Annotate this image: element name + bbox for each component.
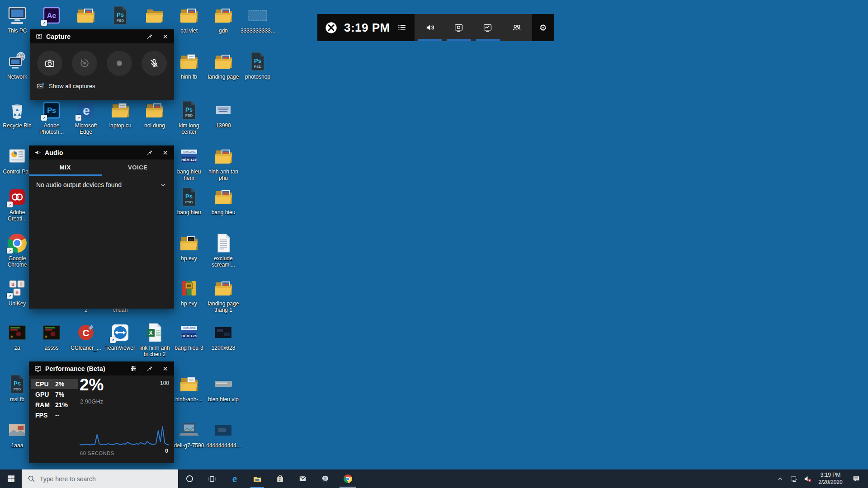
microphone-off-button[interactable] (142, 51, 167, 76)
tray-date: 2/20/2020 (816, 479, 845, 486)
pin-icon[interactable] (143, 146, 156, 159)
taskbar-app-cortana[interactable] (178, 469, 201, 488)
taskbar-app-store[interactable] (269, 469, 291, 488)
desktop-icon-label: 13990 (206, 123, 241, 129)
widget-menu-icon[interactable] (397, 23, 407, 33)
landing-page-thang-1-icon (212, 277, 234, 299)
desktop-icon-label: Microsoft Edge (69, 123, 103, 136)
desktop-icon-assss[interactable]: assss (34, 322, 69, 352)
desktop-icon-za[interactable]: za (0, 322, 34, 352)
close-icon[interactable]: ✕ (159, 146, 171, 159)
shortcut-arrow-icon: ↗ (7, 248, 13, 253)
gamebar-widget-looking-for-group[interactable] (502, 14, 531, 41)
desktop-icon-this-pc[interactable]: This PC (0, 5, 34, 34)
desktop-icon-network[interactable]: Network (0, 51, 34, 80)
action-center-icon[interactable] (848, 469, 864, 488)
shortcut-arrow-icon: ↗ (41, 115, 47, 121)
desktop-icon-hp-evy[interactable]: hp evy (172, 277, 206, 307)
network-icon[interactable] (788, 469, 799, 488)
close-icon[interactable]: ✕ (159, 30, 171, 42)
desktop-icon-exclude-screami[interactable]: exclude screami... (206, 232, 241, 268)
microsoft-edge-icon: e↗ (75, 99, 97, 121)
item-icon (144, 5, 165, 26)
desktop-icon-item[interactable]: PsPSD (103, 5, 137, 26)
desktop-icon-label: hinh anh tan phu (206, 169, 241, 182)
desktop-icon-microsoft-edge[interactable]: e↗Microsoft Edge (69, 99, 103, 136)
desktop-icon-laptop-cu[interactable]: laptop cu (103, 99, 137, 129)
desktop-icon-bang-hieu[interactable]: PsPSDbang hieu (172, 186, 206, 216)
desktop-icon-landing-page[interactable]: landing page (206, 51, 241, 80)
stat-fps[interactable]: FPS-- (31, 410, 78, 420)
taskbar-app-file-explorer[interactable] (246, 469, 269, 488)
desktop-icon-3333333333[interactable]: 3333333333... (241, 5, 275, 34)
desktop-icon-4444444444[interactable]: 4444444444... (206, 419, 241, 449)
desktop-icon-gdn[interactable]: gdn (206, 5, 241, 34)
desktop-icon-landing-page-thang-1[interactable]: landing page thang 1 (206, 277, 241, 314)
desktop-icon-noi-dung[interactable]: noi dung (137, 99, 172, 129)
desktop-icon-teamviewer[interactable]: ↗TeamViewer (103, 322, 137, 352)
desktop-icon-item[interactable] (69, 5, 103, 26)
desktop-icon-kim-long-center[interactable]: PsPSDkim long center (172, 99, 206, 136)
desktop-icon-link-hinh-anh-bi-chen-2[interactable]: Xlink hinh anh bi chen 2 (137, 322, 172, 358)
desktop-icon-adobe-photosh[interactable]: Ps↗Adobe Photosh... (34, 99, 69, 136)
chevron-down-icon[interactable] (160, 181, 167, 188)
audio-device-row[interactable]: No audio output devices found (29, 175, 174, 194)
xbox-logo-icon[interactable] (325, 22, 337, 34)
desktop-icon-bang-hieu[interactable]: bang hieu (206, 186, 241, 216)
edge-icon: e (232, 474, 237, 484)
show-all-captures-link[interactable]: Show all captures (36, 82, 174, 90)
desktop-icon-bang-hieu-hem[interactable]: KIM LONGHẺM 125bang hieu hem (172, 145, 206, 182)
settings-gear-icon[interactable]: ⚙ (539, 23, 547, 33)
desktop-icon-hinh-anh-tan-phu[interactable]: hinh anh tan phu (206, 145, 241, 182)
desktop-icon-adobe-after-effects[interactable]: Ae↗ (34, 5, 69, 26)
gamebar-widget-performance[interactable] (473, 14, 502, 41)
hp-evy-icon (178, 232, 200, 254)
pin-icon[interactable] (143, 362, 156, 375)
desktop-icon-ccleaner[interactable]: CCCleaner_... (69, 322, 103, 352)
desktop-icon-1200x628[interactable]: 1200x628 (206, 322, 241, 352)
adobe-photosh-icon: Ps↗ (41, 99, 62, 121)
desktop-icon-hp-evy[interactable]: hp evy (172, 232, 206, 262)
taskbar-app-snipping-tool[interactable] (314, 469, 336, 488)
desktop-icon-label: Network (0, 74, 34, 80)
desktop-icon-recycle-bin[interactable]: Recycle Bin (0, 99, 34, 129)
taskbar-app-edge[interactable]: e (223, 469, 246, 488)
desktop-icon-label: bai viet (172, 28, 206, 34)
close-icon[interactable]: ✕ (159, 362, 171, 375)
desktop-icon-hinh-fb[interactable]: hinh fb (172, 51, 206, 80)
start-button[interactable] (0, 469, 22, 488)
stat-cpu[interactable]: CPU2% (31, 379, 78, 389)
gamebar-widget-audio[interactable] (415, 14, 444, 41)
tray-clock[interactable]: 3:19 PM 2/20/2020 (816, 472, 845, 486)
pin-icon[interactable] (143, 30, 156, 42)
take-screenshot-button[interactable] (37, 51, 62, 76)
desktop-icon-bien-hieu-vip[interactable]: bien hieu vip (206, 373, 241, 403)
desktop-icon-13990[interactable]: 13990 (206, 99, 241, 129)
link-hinh-anh-bi-chen-2-icon: X (144, 322, 165, 343)
cpu-usage-chart (79, 405, 170, 449)
desktop-icon-dell-g7-7590[interactable]: dell-g7-7590 (172, 419, 206, 449)
volume-muted-icon[interactable] (802, 469, 813, 488)
svg-text:HẺM 125: HẺM 125 (181, 158, 197, 162)
start-recording-button[interactable] (107, 51, 132, 76)
stat-ram[interactable]: RAM21% (31, 400, 78, 410)
desktop-icon-item[interactable] (137, 5, 172, 26)
audio-tab-mix[interactable]: MIX (29, 160, 102, 175)
audio-message: No audio output devices found (36, 181, 122, 188)
search-input[interactable] (40, 475, 172, 483)
gamebar-widget-capture[interactable] (444, 14, 473, 41)
taskbar-app-chrome[interactable] (336, 469, 359, 488)
sliders-icon[interactable] (127, 362, 140, 375)
stat-gpu[interactable]: GPU7% (31, 389, 78, 399)
taskbar-app-task-view[interactable] (201, 469, 223, 488)
desktop-icon-bang-hieu-3[interactable]: KIM LONGHẺM 125bang hieu-3 (172, 322, 206, 352)
desktop-icon-hinh-anh[interactable]: hinh-anh-... (172, 373, 206, 403)
desktop-icon-label: kim long center (172, 123, 206, 136)
chevron-up-icon[interactable] (775, 469, 786, 488)
desktop-icon-bai-viet[interactable]: bai viet (172, 5, 206, 34)
record-last-30-seconds-button[interactable] (72, 51, 97, 76)
audio-tab-voice[interactable]: VOICE (102, 160, 175, 175)
taskbar-app-mail[interactable] (291, 469, 314, 488)
desktop-icon-photoshop[interactable]: PsPSDphotoshop (241, 51, 275, 80)
taskbar-search[interactable] (22, 469, 178, 488)
